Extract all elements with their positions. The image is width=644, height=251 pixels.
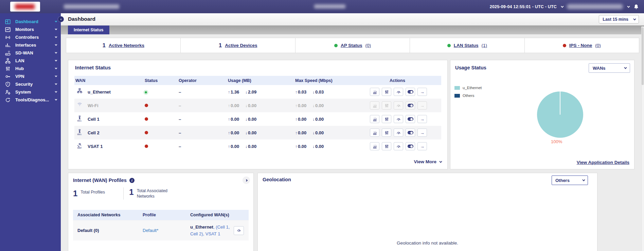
upload-arrow-icon: ↑ — [295, 90, 297, 95]
summary-active-devices[interactable]: 1 Active Devices — [181, 38, 295, 53]
speed-test-gauge-button[interactable] — [394, 115, 403, 123]
arrow-right-icon: → — [420, 103, 425, 108]
traffic-chart-button[interactable] — [370, 88, 379, 96]
enable-toggle-button[interactable] — [406, 129, 415, 137]
traffic-chart-button[interactable] — [370, 101, 379, 110]
sidebar-item-label: Monitors — [15, 27, 55, 32]
wan-details-arrow-button[interactable]: → — [417, 88, 427, 96]
toggle-on-icon — [408, 90, 413, 94]
wan-details-arrow-button[interactable]: → — [417, 115, 427, 123]
table-row-cell-1: CELL Cell 1 – ↑0.00 ↓0.00 ↑0.00 ↓0.00 — [74, 112, 441, 126]
active-networks-link[interactable]: Active Networks — [109, 43, 144, 48]
interfaces-icon — [5, 42, 11, 48]
summary-ap-status[interactable]: AP Status (0) — [296, 38, 410, 53]
toggle-on-icon — [408, 145, 413, 148]
wan-settings-sliders-button[interactable] — [382, 115, 391, 123]
chevron-down-icon — [55, 83, 57, 85]
vertical-scrollbar[interactable] — [641, 27, 644, 251]
wan-details-arrow-button[interactable]: → — [417, 129, 427, 137]
traffic-chart-button[interactable] — [370, 142, 379, 150]
notifications-bell-icon[interactable] — [633, 4, 639, 10]
column-header-actions: Actions — [370, 78, 441, 83]
sidebar-item-hub[interactable]: Hub — [0, 65, 61, 72]
enable-toggle-button[interactable] — [406, 88, 415, 96]
speed-test-gauge-button[interactable] — [394, 142, 403, 150]
sidebar-item-lan[interactable]: LAN — [0, 57, 61, 65]
speed-test-gauge-button[interactable] — [394, 129, 403, 137]
sidebar-item-tools-diagnostics[interactable]: Tools/Diagnos... — [0, 96, 61, 104]
usage-scope-select[interactable]: WANs — [589, 63, 630, 73]
view-more-link[interactable]: View More — [414, 159, 441, 164]
wan-settings-sliders-button[interactable] — [382, 88, 391, 96]
stat-label: Total Profiles — [80, 189, 118, 195]
view-application-details-link[interactable]: View Application Details — [577, 160, 629, 165]
wan-settings-sliders-button[interactable] — [382, 142, 391, 150]
associated-network-value: Default (0) — [73, 228, 143, 233]
legend-label: Others — [463, 94, 475, 98]
sidebar-item-interfaces[interactable]: Interfaces — [0, 41, 61, 49]
summary-lan-status[interactable]: LAN Status (1) — [410, 38, 524, 53]
profile-link[interactable]: Default* — [143, 228, 190, 233]
chevron-down-icon — [55, 90, 57, 93]
view-more-label: View More — [414, 159, 436, 164]
download-arrow-icon: ↓ — [312, 103, 315, 108]
sidebar-collapse-button[interactable]: ‹ — [58, 16, 64, 22]
summary-active-networks[interactable]: 1 Active Networks — [66, 38, 181, 53]
ap-status-count[interactable]: (0) — [365, 43, 371, 48]
wan-name[interactable]: Cell 1 — [88, 117, 100, 122]
traffic-chart-button[interactable] — [370, 129, 379, 137]
sidebar-item-label: Dashboard — [15, 19, 55, 24]
lan-status-count[interactable]: (1) — [482, 43, 487, 48]
enable-toggle-button[interactable] — [406, 142, 415, 150]
wan-name[interactable]: Wi-Fi — [88, 103, 99, 108]
wan-name[interactable]: Cell 2 — [88, 130, 100, 135]
account-chevron-down-icon[interactable] — [627, 5, 630, 7]
sidebar-item-vpn[interactable]: VPN — [0, 72, 61, 80]
info-icon[interactable]: i — [129, 178, 135, 183]
brand-logo[interactable] — [10, 2, 40, 12]
sidebar-item-system[interactable]: System — [0, 88, 61, 96]
lan-status-link[interactable]: LAN Status — [454, 43, 479, 48]
sidebar-item-label: VPN — [15, 74, 55, 79]
wan-name[interactable]: u_Ethernet — [88, 89, 111, 95]
sidebar-item-dashboard[interactable]: Dashboard — [0, 18, 61, 26]
enable-toggle-button[interactable] — [406, 115, 415, 123]
sidebar-item-monitors[interactable]: Monitors — [0, 26, 61, 33]
profiles-table-row: Default (0) Default* u_Ethernet, (Cell 1… — [73, 220, 249, 240]
speed-test-gauge-button[interactable] — [394, 88, 403, 96]
scrollbar-thumb[interactable] — [642, 27, 644, 85]
active-devices-link[interactable]: Active Devices — [225, 43, 257, 48]
wan-details-arrow-button[interactable]: → — [417, 101, 427, 110]
column-header-operator: Operator — [179, 78, 228, 83]
chevron-down-icon — [55, 75, 57, 77]
sidebar-item-sdwan[interactable]: SD-WAN — [0, 49, 61, 57]
expand-panel-button[interactable] — [243, 177, 250, 184]
speed-test-gauge-button[interactable] — [234, 226, 244, 235]
traffic-chart-button[interactable] — [370, 115, 379, 123]
controllers-icon — [5, 34, 11, 40]
wan-settings-sliders-button[interactable] — [382, 101, 391, 110]
wan-name[interactable]: VSAT 1 — [88, 144, 103, 149]
ips-status-count[interactable]: (0) — [595, 43, 601, 48]
speed-test-gauge-button[interactable] — [394, 101, 403, 110]
column-header-associated-networks: Associated Networks — [73, 213, 143, 217]
timezone-chevron-down-icon[interactable] — [561, 5, 564, 7]
summary-ips[interactable]: IPS - None (0) — [525, 38, 639, 53]
sidebar-nav: Dashboard Monitors Controllers Interface… — [0, 13, 61, 251]
monitors-icon — [5, 27, 11, 33]
lan-network-icon — [5, 58, 11, 64]
user-account-menu[interactable] — [567, 4, 623, 9]
time-range-select[interactable]: Last 15 mins — [599, 15, 639, 23]
sidebar-item-controllers[interactable]: Controllers — [0, 33, 61, 41]
tab-label: Internet Status — [74, 28, 104, 32]
wan-settings-sliders-button[interactable] — [382, 129, 391, 137]
download-arrow-icon: ↓ — [245, 144, 247, 149]
geolocation-scope-select[interactable]: Others — [552, 175, 588, 185]
sidebar-item-security[interactable]: Security — [0, 80, 61, 88]
internet-status-panel: Internet Status WAN Status Operator Usag… — [68, 60, 448, 169]
ap-status-link[interactable]: AP Status — [341, 43, 362, 48]
enable-toggle-button[interactable] — [406, 101, 415, 110]
tab-internet-status[interactable]: Internet Status — [68, 26, 109, 34]
ips-status-link[interactable]: IPS - None — [569, 43, 592, 48]
wan-details-arrow-button[interactable]: → — [417, 142, 427, 150]
